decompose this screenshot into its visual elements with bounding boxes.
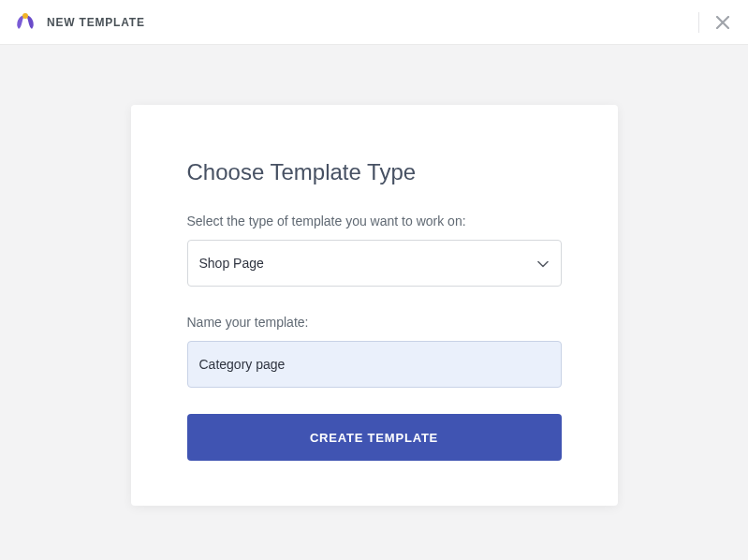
svg-point-0	[22, 13, 28, 19]
header-left: NEW TEMPLATE	[13, 10, 145, 35]
name-label: Name your template:	[187, 315, 562, 330]
vertical-divider	[698, 12, 699, 33]
modal-title: NEW TEMPLATE	[47, 16, 145, 29]
content-area: Choose Template Type Select the type of …	[0, 45, 748, 506]
template-card: Choose Template Type Select the type of …	[131, 105, 618, 506]
header-right	[698, 12, 733, 33]
select-wrapper: Shop Page	[187, 240, 562, 287]
select-label: Select the type of template you want to …	[187, 214, 562, 228]
card-title: Choose Template Type	[187, 159, 562, 185]
close-button[interactable]	[712, 12, 733, 33]
create-template-button[interactable]: CREATE TEMPLATE	[187, 414, 562, 461]
template-name-input[interactable]	[187, 341, 562, 388]
app-logo-icon	[13, 10, 37, 35]
close-icon	[716, 16, 729, 29]
modal-header: NEW TEMPLATE	[0, 0, 748, 45]
template-type-select[interactable]: Shop Page	[187, 240, 562, 287]
